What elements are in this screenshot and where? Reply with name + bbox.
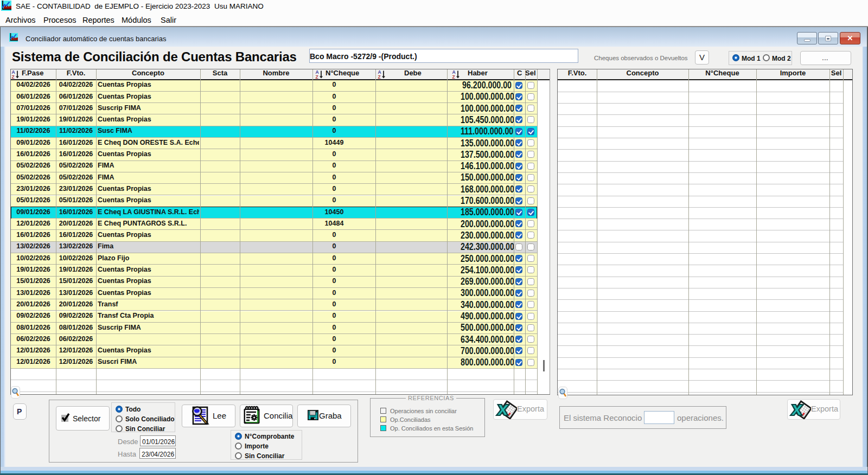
svg-text:Z: Z [452,74,455,79]
svg-text:Z: Z [378,74,381,79]
svg-text:Z: Z [316,74,318,79]
svg-text:Z: Z [12,74,15,79]
